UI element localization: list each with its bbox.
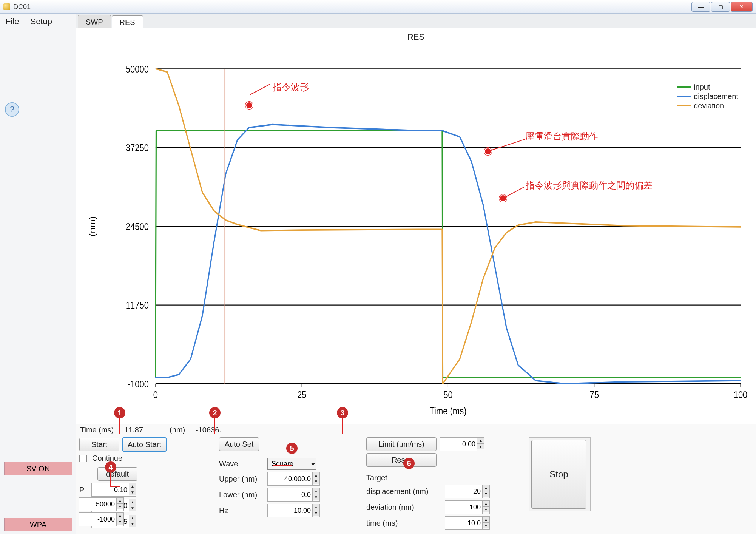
svg-text:50: 50 [443, 389, 452, 400]
menu-file[interactable]: File [6, 17, 19, 26]
nm-label: (nm) [170, 426, 185, 434]
tabs: SWP RES [76, 14, 756, 28]
svg-text:11750: 11750 [126, 299, 149, 310]
stop-button[interactable]: Stop [531, 440, 586, 509]
legend-displacement: displacement [694, 92, 738, 101]
annot-actual-motion: 壓電滑台實際動作 [526, 130, 598, 142]
legend-swatch-input [677, 86, 691, 88]
wave-label: Wave [219, 460, 264, 468]
window-title: DC01 [13, 3, 31, 11]
close-button[interactable]: ✕ [731, 2, 753, 12]
time-label: Time (ms) [80, 426, 114, 434]
limit-input[interactable] [440, 437, 477, 451]
svg-text:(nm): (nm) [88, 216, 97, 236]
time-value: 11.87 [124, 426, 143, 434]
target-disp-input[interactable] [445, 485, 483, 498]
help-icon[interactable]: ? [5, 102, 19, 117]
upper-input[interactable] [267, 472, 313, 486]
svg-text:24500: 24500 [126, 221, 149, 232]
legend-deviation: deviation [694, 102, 724, 110]
default-button[interactable]: default [97, 467, 137, 481]
dev-label: deviation (nm) [366, 503, 442, 512]
controls: 1 2 3 4 5 6 Start Auto Start [76, 434, 756, 534]
badge-4: 4 [105, 461, 116, 473]
legend-swatch-displacement [677, 96, 691, 97]
svg-text:0: 0 [153, 389, 158, 400]
annot-dot-1 [245, 102, 253, 109]
legend-swatch-deviation [677, 105, 691, 106]
app-icon [3, 3, 10, 10]
menu-setup[interactable]: Setup [30, 17, 52, 26]
tab-swp[interactable]: SWP [78, 15, 111, 28]
sv-on-badge[interactable]: SV ON [4, 462, 72, 475]
annot-dot-3 [499, 194, 507, 202]
maximize-button[interactable]: ▢ [711, 2, 730, 12]
svg-text:37250: 37250 [126, 142, 149, 153]
target-time-input[interactable] [445, 516, 483, 530]
hz-label: Hz [219, 506, 264, 515]
disp-label: displacement (nm) [366, 487, 442, 496]
chart-area: RES -1000117502450037250500000255075100T… [76, 28, 756, 424]
svg-text:25: 25 [297, 389, 306, 400]
hz-input[interactable] [267, 504, 313, 517]
svg-text:100: 100 [734, 389, 748, 400]
target-time-label: time (ms) [366, 519, 442, 528]
continue-label: Continue [92, 454, 122, 463]
legend-input: input [694, 83, 710, 91]
nm-value: -10636. [196, 426, 221, 434]
badge-3: 3 [337, 407, 348, 418]
p-label: P [79, 486, 88, 494]
annot-cmd-wave: 指令波形 [273, 81, 309, 93]
svg-text:50000: 50000 [126, 63, 149, 74]
reset-button[interactable]: Reset [366, 453, 437, 467]
target-dev-input[interactable] [445, 500, 483, 514]
titlebar: DC01 — ▢ ✕ [0, 0, 756, 14]
svg-text:-1000: -1000 [128, 378, 149, 389]
badge-6: 6 [403, 458, 415, 469]
annot-dot-2 [484, 148, 492, 155]
target-label: Target [366, 474, 495, 482]
svg-text:75: 75 [590, 389, 599, 400]
wpa-upper-input[interactable] [79, 497, 117, 511]
chart-title: RES [76, 28, 756, 42]
lower-label: Lower (nm) [219, 491, 264, 499]
wpa-lower-input[interactable] [79, 512, 117, 526]
continue-checkbox[interactable] [79, 455, 87, 462]
sidebar: File Setup SV ON WPA [0, 14, 76, 534]
legend: input displacement deviation [675, 81, 741, 112]
lower-input[interactable] [267, 488, 313, 502]
upper-label: Upper (nm) [219, 475, 264, 483]
limit-button[interactable]: Limit (μm/ms) [366, 437, 437, 451]
svg-text:Time (ms): Time (ms) [429, 405, 466, 416]
sidebar-separator [2, 457, 74, 457]
minimize-button[interactable]: — [691, 2, 710, 12]
auto-set-button[interactable]: Auto Set [219, 437, 259, 451]
badge-1: 1 [114, 407, 125, 418]
auto-start-button[interactable]: Auto Start [122, 437, 167, 452]
start-button[interactable]: Start [79, 438, 119, 451]
wpa-badge[interactable]: WPA [4, 518, 72, 531]
badge-2: 2 [209, 407, 221, 418]
annot-deviation: 指令波形與實際動作之間的偏差 [526, 179, 653, 191]
tab-res[interactable]: RES [112, 15, 143, 28]
badge-5: 5 [286, 443, 298, 454]
